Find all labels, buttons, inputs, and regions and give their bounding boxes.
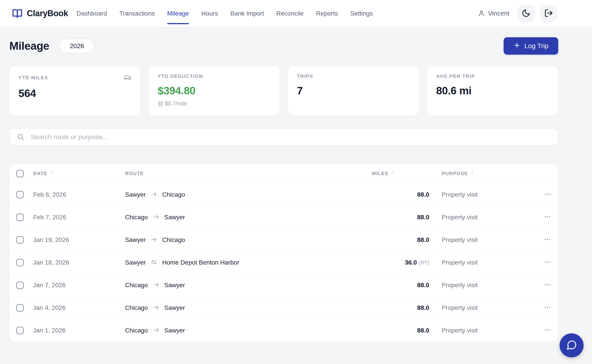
logout-icon	[544, 9, 553, 18]
brand-logo[interactable]: ClaryBook	[12, 8, 68, 19]
row-miles: 88.0	[417, 304, 429, 311]
nav-item-reports[interactable]: Reports	[316, 0, 338, 27]
nav-item-label: Mileage	[167, 10, 189, 17]
stat-label: AVG PER TRIP	[436, 73, 475, 79]
row-menu-button[interactable]	[541, 300, 554, 315]
ellipsis-icon	[544, 258, 551, 266]
nav-item-label: Reports	[316, 10, 338, 17]
nav-item-label: Hours	[201, 10, 218, 17]
arrow-right-icon	[153, 304, 159, 312]
row-date: Jan 1, 2026	[32, 327, 116, 334]
arrow-right-icon	[153, 327, 159, 334]
ellipsis-icon	[544, 236, 551, 244]
nav-item-settings[interactable]: Settings	[350, 0, 373, 27]
chat-icon	[566, 340, 577, 351]
stat-card: YTD DEDUCTION $394.80 @ $0.7/mile	[149, 66, 280, 116]
row-menu-button[interactable]	[541, 255, 554, 270]
row-checkbox[interactable]	[16, 236, 24, 244]
route-from: Sawyer	[125, 259, 146, 266]
row-menu-button[interactable]	[541, 210, 554, 224]
nav-item-transactions[interactable]: Transactions	[119, 0, 155, 27]
row-checkbox[interactable]	[16, 281, 24, 289]
row-date: Jan 4, 2026	[32, 304, 116, 311]
ellipsis-icon	[544, 213, 551, 221]
route-from: Chicago	[125, 304, 148, 311]
column-purpose[interactable]: PURPOSE	[433, 171, 537, 176]
row-date: Feb 7, 2026	[32, 214, 116, 221]
route-to: Sawyer	[164, 327, 185, 334]
row-menu-button[interactable]	[541, 278, 554, 292]
user-icon	[478, 10, 485, 18]
column-miles[interactable]: MILES	[386, 171, 433, 176]
row-date: Jan 18, 2026	[32, 259, 116, 266]
stat-card: AVG PER TRIP 80.6 mi	[427, 66, 558, 116]
round-trip-icon	[151, 259, 157, 266]
nav-item-hours[interactable]: Hours	[201, 0, 218, 27]
row-date: Jan 19, 2026	[32, 236, 116, 243]
stat-value: 7	[297, 84, 410, 97]
arrow-right-icon	[151, 236, 157, 244]
row-purpose: Property visit	[433, 327, 537, 334]
route-from: Chicago	[125, 214, 148, 221]
nav-item-dashboard[interactable]: Dashboard	[77, 0, 107, 27]
ellipsis-icon	[544, 190, 551, 199]
sort-icon	[50, 171, 54, 176]
route-to: Home Depot Benton Harbor	[162, 259, 239, 266]
row-menu-button[interactable]	[541, 187, 554, 202]
row-checkbox[interactable]	[16, 304, 24, 312]
user-menu[interactable]: Vincent	[478, 10, 509, 18]
year-badge[interactable]: 2026	[59, 39, 94, 53]
row-menu-button[interactable]	[541, 323, 554, 338]
row-miles: 88.0	[417, 191, 429, 198]
stat-label: YTD MILES	[19, 75, 48, 81]
column-date[interactable]: DATE	[32, 171, 116, 176]
table-row: Feb 7, 2026 Chicago Sawyer 88.0 Property	[10, 206, 558, 228]
row-purpose: Property visit	[433, 214, 537, 221]
nav-item-label: Settings	[350, 10, 373, 17]
route-to: Sawyer	[164, 282, 185, 289]
row-miles: 88.0	[417, 236, 429, 243]
table-row: Jan 1, 2026 Chicago Sawyer 88.0 Property	[10, 319, 558, 342]
arrow-right-icon	[153, 281, 159, 289]
nav-item-bank-import[interactable]: Bank Import	[230, 0, 264, 27]
nav-item-mileage[interactable]: Mileage	[167, 0, 189, 27]
topbar: ClaryBook Dashboard Transactions Mileage…	[0, 0, 592, 27]
route-to: Sawyer	[164, 214, 185, 221]
select-all-checkbox[interactable]	[16, 170, 24, 177]
theme-toggle-button[interactable]	[517, 5, 535, 22]
log-trip-label: Log Trip	[525, 42, 548, 50]
route-to: Chicago	[162, 236, 185, 243]
log-trip-button[interactable]: Log Trip	[504, 37, 558, 55]
title-row: Mileage 2026 Log Trip	[9, 37, 558, 55]
nav-item-label: Dashboard	[77, 10, 107, 17]
route-from: Chicago	[125, 282, 148, 289]
route-from: Sawyer	[125, 191, 146, 198]
table-row: Jan 4, 2026 Chicago Sawyer 88.0 Property	[10, 296, 558, 319]
stat-label: TRIPS	[297, 73, 313, 79]
row-purpose: Property visit	[433, 236, 537, 243]
nav-item-label: Bank Import	[230, 10, 264, 17]
logout-button[interactable]	[540, 5, 557, 22]
ellipsis-icon	[544, 326, 551, 334]
sort-icon	[470, 171, 474, 176]
row-purpose: Property visit	[433, 282, 537, 289]
trips-table: DATE ROUTE MILES PURPOSE	[9, 164, 558, 342]
search-input[interactable]	[9, 128, 558, 146]
row-purpose: Property visit	[433, 191, 537, 198]
chat-fab[interactable]	[559, 333, 584, 357]
brand-name: ClaryBook	[27, 9, 68, 18]
row-checkbox[interactable]	[16, 191, 24, 198]
row-miles: 36.0	[405, 259, 417, 266]
nav-item-reconcile[interactable]: Reconcile	[276, 0, 304, 27]
plus-icon	[513, 42, 520, 50]
user-name: Vincent	[488, 10, 509, 17]
row-menu-button[interactable]	[541, 233, 554, 247]
row-date: Jan 7, 2026	[32, 282, 116, 289]
table-row: Jan 7, 2026 Chicago Sawyer 88.0 Property	[10, 274, 558, 296]
row-checkbox[interactable]	[16, 327, 24, 334]
column-route: ROUTE	[116, 171, 386, 176]
route-to: Sawyer	[164, 304, 185, 311]
stat-sub: @ $0.7/mile	[158, 100, 271, 107]
row-checkbox[interactable]	[16, 259, 24, 266]
row-checkbox[interactable]	[16, 214, 24, 221]
